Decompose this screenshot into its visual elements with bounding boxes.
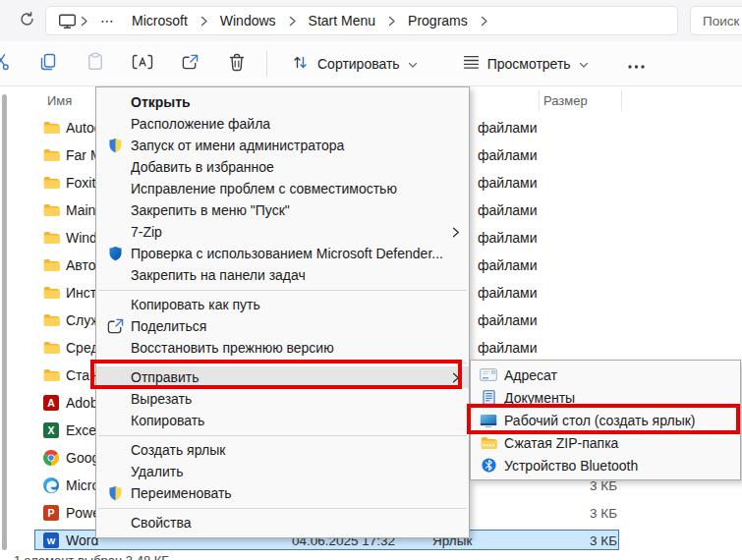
folder-icon — [43, 313, 60, 327]
sort-button[interactable]: Сортировать — [281, 47, 428, 81]
context-menu-item-7-zip[interactable]: 7-Zip — [96, 221, 469, 243]
context-menu-item-properties[interactable]: Свойства — [96, 512, 469, 533]
send-to-item-zip-folder[interactable]: Сжатая ZIP-папка — [471, 431, 740, 454]
folder-icon — [43, 286, 60, 300]
paste-button[interactable] — [76, 47, 115, 81]
context-menu-item-send-to[interactable]: Отправить — [96, 366, 469, 388]
send-to-item-bluetooth-device[interactable]: Устройство Bluetooth — [471, 454, 740, 476]
menu-item-label: Адресат — [504, 367, 740, 383]
copy-button[interactable] — [29, 47, 68, 81]
toolbar-divider — [266, 51, 267, 77]
more-options-icon — [628, 56, 645, 72]
cut-button[interactable] — [0, 47, 21, 81]
file-type-fragment: файлами — [478, 175, 538, 191]
menu-item-label: Открыть — [131, 94, 469, 110]
sort-label: Сортировать — [317, 56, 400, 72]
uac-shield-icon — [102, 485, 128, 501]
delete-icon — [228, 53, 246, 75]
menu-item-label: Вырезать — [131, 391, 469, 407]
svg-text:P: P — [47, 507, 54, 519]
more-options-button[interactable] — [618, 47, 655, 81]
menu-item-label: Создать ярлык — [131, 442, 469, 458]
submenu-arrow-icon — [452, 372, 460, 383]
menu-item-label: Копировать как путь — [131, 297, 469, 312]
copy-icon — [38, 52, 58, 75]
column-separator — [539, 90, 540, 111]
context-menu-item-file-location[interactable]: Расположение файла — [96, 113, 469, 135]
menu-item-label: Запуск от имени администратора — [131, 138, 469, 153]
context-menu-item-copy[interactable]: Копировать — [96, 410, 469, 431]
breadcrumb-item[interactable]: Start Menu — [300, 13, 384, 28]
search-box[interactable]: Поиск — [690, 6, 742, 35]
rename-icon — [132, 53, 153, 74]
documents-icon — [479, 390, 498, 405]
column-header-size[interactable]: Размер — [543, 93, 588, 108]
context-menu-item-troubleshoot-compatibility[interactable]: Исправление проблем с совместимостью — [96, 178, 469, 199]
sort-icon — [291, 54, 310, 74]
chevron-right-icon — [477, 16, 491, 27]
file-type-fragment: файлами — [478, 120, 538, 136]
menu-item-label: Расположение файла — [131, 116, 469, 132]
send-to-item-documents[interactable]: Документы — [471, 386, 740, 409]
submenu-arrow-icon — [452, 227, 460, 238]
context-menu-item-add-to-favorites[interactable]: Добавить в избранное — [96, 156, 469, 178]
share-icon — [102, 317, 128, 335]
chevron-down-icon — [579, 56, 589, 72]
context-menu-item-copy-as-path[interactable]: Копировать как путь — [96, 294, 469, 315]
menu-item-label: 7-Zip — [131, 224, 452, 240]
menu-item-label: Добавить в избранное — [131, 159, 469, 175]
column-separator — [621, 90, 622, 111]
menu-item-label: Удалить — [131, 464, 469, 479]
menu-item-label: Закрепить в меню "Пуск" — [131, 202, 469, 218]
send-to-item-mail-recipient[interactable]: Адресат — [471, 364, 740, 386]
breadcrumb-overflow-button[interactable]: ⋯ — [91, 13, 123, 28]
refresh-button[interactable] — [12, 6, 41, 35]
breadcrumb-item[interactable]: Microsoft — [123, 13, 197, 28]
send-to-item-desktop-create-shortcut[interactable]: Рабочий стол (создать ярлык) — [471, 409, 740, 431]
chevron-down-icon — [408, 56, 418, 72]
file-type-fragment: файлами — [478, 312, 538, 328]
chevron-right-icon — [77, 16, 91, 27]
bluetooth-icon — [479, 458, 498, 473]
context-menu-item-cut[interactable]: Вырезать — [96, 388, 469, 410]
context-menu-item-share[interactable]: Поделиться — [96, 315, 469, 337]
folder-icon — [43, 203, 60, 217]
menu-item-label: Сжатая ZIP-папка — [504, 435, 740, 451]
view-icon — [463, 55, 480, 73]
chevron-right-icon — [285, 16, 300, 27]
file-type-fragment: файлами — [478, 257, 538, 273]
menu-item-label: Свойства — [131, 515, 469, 531]
context-menu-item-open[interactable]: Открыть — [96, 91, 469, 113]
menu-item-label: Восстановить прежнюю версию — [131, 340, 469, 356]
column-header-name[interactable]: Имя — [47, 93, 72, 108]
view-button[interactable]: Просмотреть — [453, 47, 599, 81]
menu-separator — [96, 286, 469, 294]
refresh-icon — [19, 11, 35, 30]
context-menu-item-create-shortcut[interactable]: Создать ярлык — [96, 439, 469, 461]
zip-folder-icon — [479, 436, 498, 450]
context-menu-item-pin-to-start[interactable]: Закрепить в меню "Пуск" — [96, 199, 469, 221]
chrome-icon — [43, 450, 59, 466]
address-bar[interactable]: ⋯ MicrosoftWindowsStart MenuPrograms — [45, 6, 678, 35]
context-menu-item-restore-previous-version[interactable]: Восстановить прежнюю версию — [96, 337, 469, 359]
toolbar: Сортировать Просмотреть — [0, 41, 742, 86]
folder-icon — [43, 121, 60, 135]
file-name: Word — [66, 532, 98, 548]
menu-item-label: Рабочий стол (создать ярлык) — [504, 413, 740, 428]
delete-button[interactable] — [217, 47, 257, 81]
breadcrumb-item[interactable]: Programs — [399, 13, 477, 28]
context-menu-item-delete[interactable]: Удалить — [96, 461, 469, 482]
context-menu-item-pin-to-taskbar[interactable]: Закрепить на панели задач — [96, 264, 469, 286]
context-menu: ОткрытьРасположение файлаЗапуск от имени… — [95, 86, 470, 538]
search-placeholder: Поиск — [703, 14, 739, 28]
svg-text:A: A — [47, 397, 55, 409]
rename-button[interactable] — [123, 47, 162, 81]
share-button[interactable] — [170, 47, 209, 81]
folder-icon — [43, 176, 60, 190]
context-menu-item-scan-with-defender[interactable]: Проверка с использованием Microsoft Defe… — [96, 243, 469, 264]
edge-icon — [43, 477, 59, 493]
context-menu-item-run-as-administrator[interactable]: Запуск от имени администратора — [96, 135, 469, 156]
context-menu-item-rename[interactable]: Переименовать — [96, 482, 469, 504]
breadcrumb-item[interactable]: Windows — [211, 13, 285, 28]
defender-shield-icon — [102, 246, 128, 261]
